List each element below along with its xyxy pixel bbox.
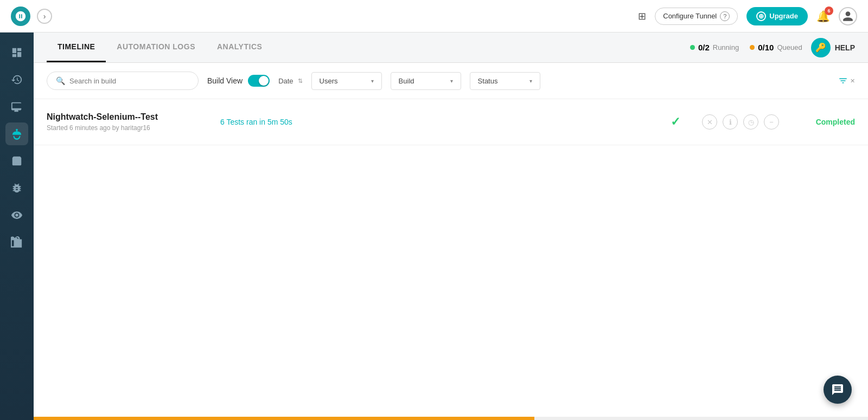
queued-count: 0/10 [758,43,774,52]
header-left: › [11,7,52,26]
help-circle-icon: ? [720,11,730,21]
content-area: TIMELINE AUTOMATION LOGS ANALYTICS 0/2 R… [34,33,868,420]
build-meta: Started 6 minutes ago by haritagr16 [47,124,209,132]
date-filter-icon: ⇅ [298,77,303,85]
tab-automation-logs[interactable]: AUTOMATION LOGS [106,33,206,62]
date-filter[interactable]: Date ⇅ [278,77,302,85]
sidebar [0,33,34,420]
sidebar-item-debug[interactable] [5,177,28,199]
bottom-progress-bar [34,417,868,420]
svg-point-0 [15,214,18,217]
queued-stat: 0/10 Queued [750,43,802,52]
user-avatar[interactable] [839,7,857,25]
build-check-icon: ✓ [671,115,680,129]
sidebar-item-visual[interactable] [5,204,28,227]
grid-icon[interactable]: ⊞ [638,10,646,22]
build-list: Nightwatch-Selenium--Test Started 6 minu… [34,99,868,417]
sidebar-item-automation[interactable] [5,122,28,145]
status-dropdown[interactable]: Status ▾ [470,72,540,90]
search-box[interactable]: 🔍 [47,72,199,90]
search-icon: 🔍 [56,76,65,85]
sidebar-item-dashboard[interactable] [5,41,28,64]
logo-button[interactable] [11,7,30,26]
build-info: Nightwatch-Selenium--Test Started 6 minu… [47,112,209,132]
users-dropdown-label: Users [320,77,338,85]
top-header: › ⊞ Configure Tunnel ? ⊕ Upgrade 🔔 6 [0,0,868,33]
users-dropdown[interactable]: Users ▾ [311,72,382,90]
sub-header: TIMELINE AUTOMATION LOGS ANALYTICS 0/2 R… [34,33,868,63]
build-view-group: Build View [207,75,270,87]
build-item[interactable]: Nightwatch-Selenium--Test Started 6 minu… [34,99,868,145]
search-input[interactable] [69,77,189,85]
help-text[interactable]: HELP [835,43,855,52]
build-view-label: Build View [207,76,242,85]
configure-tunnel-label: Configure Tunnel [663,12,717,20]
filter-x-icon: ✕ [850,77,855,85]
action-time-icon[interactable]: ◷ [743,114,758,130]
sidebar-item-archive[interactable] [5,231,28,254]
build-name: Nightwatch-Selenium--Test [47,112,209,122]
action-cancel-icon[interactable]: ✕ [702,114,717,130]
main-layout: TIMELINE AUTOMATION LOGS ANALYTICS 0/2 R… [0,33,868,420]
key-icon-button[interactable]: 🔑 [811,38,831,57]
toggle-knob [259,76,269,86]
build-view-toggle[interactable] [248,75,270,87]
filter-clear-button[interactable]: ✕ [838,76,855,86]
build-tests: 6 Tests ran in 5m 50s [220,118,649,126]
configure-tunnel-button[interactable]: Configure Tunnel ? [655,8,738,25]
users-chevron-icon: ▾ [371,78,374,84]
upgrade-label: Upgrade [769,12,798,20]
sidebar-item-history[interactable] [5,68,28,91]
running-label: Running [713,43,739,51]
status-dropdown-label: Status [478,77,498,85]
sidebar-item-monitor[interactable] [5,95,28,118]
notification-badge: 6 [825,7,833,15]
toolbar: 🔍 Build View Date ⇅ Users ▾ Build ▾ [34,63,868,99]
sidebar-item-box[interactable] [5,150,28,172]
running-stats: 0/2 Running 0/10 Queued [690,43,802,52]
queued-label: Queued [777,43,802,51]
running-dot [690,45,695,50]
upgrade-button[interactable]: ⊕ Upgrade [746,7,808,25]
notification-button[interactable]: 🔔 6 [816,10,830,23]
build-dropdown-label: Build [399,77,414,85]
date-label: Date [278,77,293,85]
tab-analytics[interactable]: ANALYTICS [206,33,273,62]
nav-forward-button[interactable]: › [37,9,52,24]
build-actions: ✕ ℹ ◷ − [702,114,779,130]
action-minus-icon[interactable]: − [764,114,779,130]
tab-timeline[interactable]: TIMELINE [47,33,106,62]
build-status: Completed [801,118,855,126]
chat-button[interactable] [824,376,852,404]
header-right: ⊞ Configure Tunnel ? ⊕ Upgrade 🔔 6 [638,7,857,25]
status-chevron-icon: ▾ [529,78,532,84]
queued-dot [750,45,755,50]
running-stat: 0/2 Running [690,43,739,52]
build-chevron-icon: ▾ [450,78,453,84]
upgrade-plus-icon: ⊕ [756,11,766,21]
running-count: 0/2 [698,43,710,52]
build-dropdown[interactable]: Build ▾ [391,72,461,90]
action-info-icon[interactable]: ℹ [723,114,738,130]
